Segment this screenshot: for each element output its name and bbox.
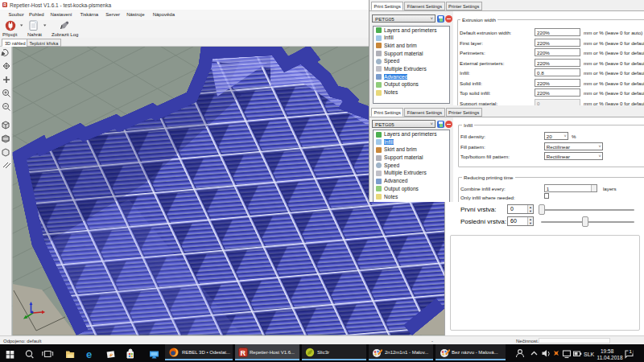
svg-text:11.04.2018: 11.04.2018 bbox=[597, 354, 623, 360]
svg-text:R: R bbox=[241, 349, 246, 357]
svg-text:e: e bbox=[86, 348, 92, 360]
svg-text:19:58: 19:58 bbox=[601, 348, 614, 353]
svg-text:SLK: SLK bbox=[584, 351, 595, 356]
